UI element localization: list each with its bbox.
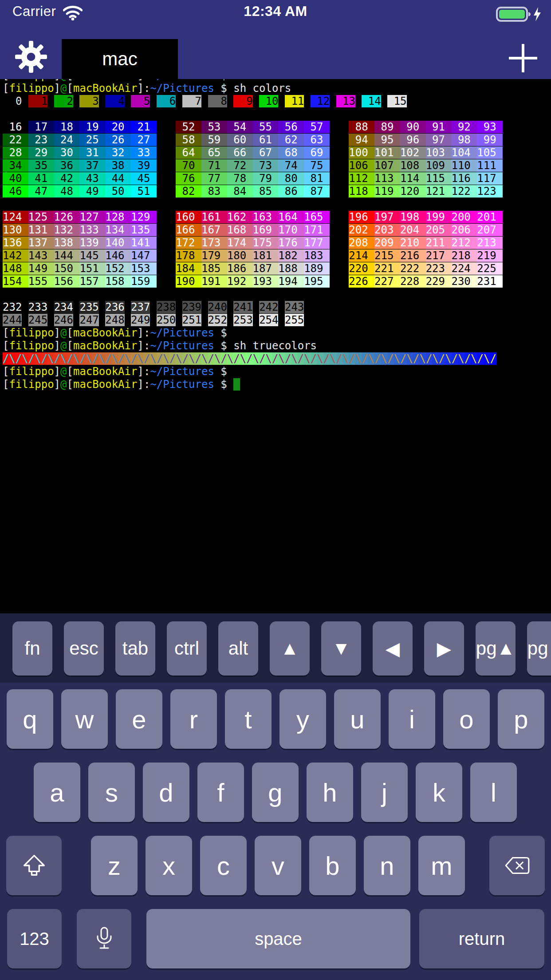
terminal-line: 136 137 138 139 140 141 172 173 174 175 …: [3, 237, 503, 249]
space-key[interactable]: space: [146, 909, 410, 968]
key-b[interactable]: b: [309, 836, 356, 895]
terminal-line: 40 41 42 43 44 45 76 77 78 79 80 81 112 …: [3, 172, 503, 185]
top-bar: Carrier 12:34 AM: [0, 0, 551, 79]
terminal-cursor: [233, 378, 240, 391]
key-w[interactable]: w: [61, 689, 108, 749]
key-o[interactable]: o: [443, 689, 490, 749]
terminal-line: 130 131 132 133 134 135 166 167 168 169 …: [3, 224, 503, 237]
key-q[interactable]: q: [7, 689, 53, 749]
terminal-line: 16 17 18 19 20 21 52 53 54 55 56 57 88 8…: [3, 121, 503, 134]
tab-label: mac: [102, 48, 137, 70]
terminal-line: [filippo]@[macBookAir]:~/Pictures $ sh t…: [3, 340, 317, 352]
terminal-line: 28 29 30 31 32 33 64 65 66 67 68 69 100 …: [3, 146, 503, 159]
terminal-line: /\/\/\/\/\/\/\/\/\/\/\/\/\/\/\/\/\/\/\/\…: [3, 352, 496, 365]
terminal-screen[interactable]: [filippo]@[macBookAir]:~/Pictures $[fili…: [0, 79, 551, 613]
terminal-line: 244 245 246 247 248 249 250 251 252 253 …: [3, 314, 311, 327]
key-r[interactable]: r: [170, 689, 217, 749]
accessory-key-pg[interactable]: pg▲: [476, 621, 516, 676]
terminal-line: 154 155 156 157 158 159 190 191 192 193 …: [3, 275, 503, 288]
mic-icon: [92, 925, 117, 952]
shift-key[interactable]: [6, 836, 62, 895]
key-n[interactable]: n: [364, 836, 410, 895]
key-s[interactable]: s: [88, 763, 135, 822]
key-h[interactable]: h: [307, 763, 353, 822]
numbers-key[interactable]: 123: [7, 909, 62, 968]
accessory-key-pg[interactable]: pg▼: [527, 621, 551, 676]
terminal-line: 232 233 234 235 236 237 238 239 240 241 …: [3, 301, 311, 314]
accessory-key-esc[interactable]: esc: [64, 621, 104, 676]
key-g[interactable]: g: [252, 763, 299, 822]
key-t[interactable]: t: [225, 689, 272, 749]
terminal-line: [filippo]@[macBookAir]:~/Pictures $ sh c…: [3, 82, 291, 95]
keyboard-accessory-row: fnesctabctrlalt▲▼◀▶pg▲pg▼: [0, 613, 551, 683]
accessory-key-[interactable]: ▲: [270, 621, 310, 676]
battery-icon: [496, 6, 546, 24]
backspace-key[interactable]: [489, 836, 545, 895]
accessory-key-fn[interactable]: fn: [12, 621, 52, 676]
key-i[interactable]: i: [389, 689, 435, 749]
keyboard: qwertyuiopasdfghjklzxcvbnm123spacereturn: [0, 683, 551, 980]
terminal-line: 22 23 24 25 26 27 58 59 60 61 62 63 94 9…: [3, 134, 503, 146]
accessory-key-[interactable]: ◀: [373, 621, 413, 676]
return-key[interactable]: return: [419, 909, 544, 968]
accessory-key-ctrl[interactable]: ctrl: [167, 621, 207, 676]
key-k[interactable]: k: [416, 763, 462, 822]
terminal-line: [filippo]@[macBookAir]:~/Pictures $: [3, 79, 227, 82]
accessory-key-tab[interactable]: tab: [115, 621, 155, 676]
terminal-line: 34 35 36 37 38 39 70 71 72 73 74 75 106 …: [3, 159, 503, 172]
shift-icon: [22, 853, 47, 878]
status-time: 12:34 AM: [0, 3, 551, 20]
terminal-line: 148 149 150 151 152 153 184 185 186 187 …: [3, 262, 503, 275]
terminal-line: [filippo]@[macBookAir]:~/Pictures $: [3, 365, 227, 378]
terminal-line: 124 125 126 127 128 129 160 161 162 163 …: [3, 211, 503, 224]
accessory-key-alt[interactable]: alt: [218, 621, 258, 676]
key-f[interactable]: f: [197, 763, 244, 822]
terminal-line: [filippo]@[macBookAir]:~/Pictures $: [3, 327, 227, 340]
backspace-icon: [504, 855, 531, 876]
key-x[interactable]: x: [146, 836, 192, 895]
key-j[interactable]: j: [361, 763, 408, 822]
key-a[interactable]: a: [34, 763, 80, 822]
terminal-line: 46 47 48 49 50 51 82 83 84 85 86 87 118 …: [3, 185, 503, 198]
accessory-key-[interactable]: ▶: [424, 621, 464, 676]
key-z[interactable]: z: [91, 836, 138, 895]
accessory-key-[interactable]: ▼: [321, 621, 361, 676]
dictation-key[interactable]: [77, 909, 131, 968]
key-u[interactable]: u: [334, 689, 381, 749]
key-d[interactable]: d: [143, 763, 189, 822]
key-c[interactable]: c: [200, 836, 247, 895]
iphone-screen: Carrier 12:34 AM: [0, 0, 551, 980]
terminal-line: 0 1 2 3 4 5 6 7 8 9 10 11 12 13 14 15: [3, 95, 413, 108]
key-e[interactable]: e: [116, 689, 162, 749]
key-y[interactable]: y: [279, 689, 326, 749]
key-v[interactable]: v: [255, 836, 301, 895]
terminal-line: [filippo]@[macBookAir]:~/Pictures $: [3, 378, 240, 391]
key-l[interactable]: l: [470, 763, 517, 822]
terminal-tab-mac[interactable]: mac: [62, 39, 178, 79]
settings-gear-icon[interactable]: [15, 40, 47, 75]
new-terminal-plus-icon[interactable]: [508, 43, 539, 75]
key-m[interactable]: m: [418, 836, 465, 895]
key-p[interactable]: p: [498, 689, 544, 749]
terminal-line: 142 143 144 145 146 147 178 179 180 181 …: [3, 249, 503, 262]
